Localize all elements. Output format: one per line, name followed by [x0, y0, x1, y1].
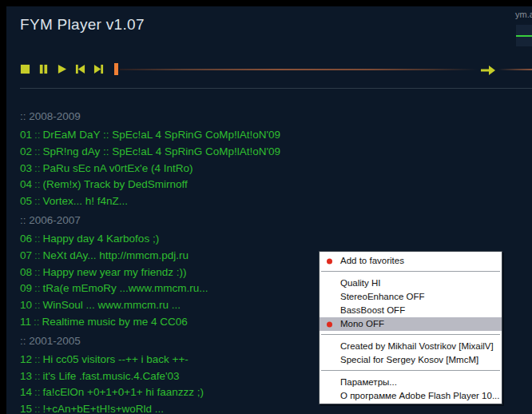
playlist-track[interactable]: 06::Happy day 4 Karbofos ;)	[20, 231, 355, 248]
section-label: :: 2008-2009	[20, 110, 81, 122]
playlist-track[interactable]: 05::Vortex... h! f4nZ...	[20, 193, 355, 210]
visualizer-line	[516, 35, 532, 37]
context-menu-item[interactable]: О программе Adobe Flash Player 10...	[320, 389, 502, 403]
track-title: Hi cc05 visitors --++ i back ++-	[43, 353, 189, 365]
playlist-track[interactable]: 04::(Rem!x) Track by DedSmirnoff	[20, 177, 355, 193]
playlist-track[interactable]: 01::DrEaM DaY :: SpEc!aL 4 SpRinG CoMp!l…	[20, 127, 355, 144]
track-title: PaRu sEc nA v0rtEx'e (4 IntRo)	[43, 162, 193, 174]
track-number: 10	[20, 299, 32, 311]
next-button[interactable]	[93, 64, 104, 74]
previous-icon	[75, 64, 85, 74]
playlist-track[interactable]: 08::Happy new year my friendz :))	[20, 265, 355, 281]
menu-item-label: BassBoost OFF	[340, 305, 405, 315]
track-separator: ::	[34, 386, 41, 398]
track-title: Happy day 4 Karbofos ;)	[43, 233, 160, 245]
track-title: WinSoul ... www.mmcm.ru ...	[43, 299, 181, 311]
menu-separator	[321, 334, 500, 335]
track-title: Realtime music by me 4 CC06	[42, 316, 188, 328]
track-number: 01	[20, 129, 32, 141]
menu-item-label: Special for Sergey Kosov [MmcM]	[340, 355, 478, 364]
context-menu-item[interactable]: Параметры...	[320, 376, 502, 389]
track-separator: ::	[34, 403, 41, 414]
menu-item-label: О программе Adobe Flash Player 10...	[340, 391, 499, 400]
playlist-next-arrow-button[interactable]	[481, 66, 495, 75]
track-number: 14	[20, 386, 32, 398]
menu-item-label: StereoEnhance OFF	[340, 292, 424, 301]
track-separator: ::	[34, 266, 41, 278]
track-separator: ::	[34, 145, 41, 157]
playlist: :: 2008-200901::DrEaM DaY :: SpEc!aL 4 S…	[20, 106, 355, 414]
track-separator: ::	[34, 282, 41, 294]
context-menu-item[interactable]: StereoEnhance OFF	[320, 290, 502, 304]
context-menu-item[interactable]: Created by Mikhail Vostrikov [MixailV]	[320, 340, 502, 353]
play-button[interactable]	[57, 64, 67, 74]
playlist-section-header: :: 2008-2009	[20, 106, 355, 127]
playlist-track[interactable]: 07::NeXt dAy... http://mmcm.pdj.ru	[20, 248, 355, 265]
section-label: :: 2006-2007	[20, 214, 81, 226]
track-number: 04	[20, 178, 32, 190]
track-title: fa!cElOn +0+1+0+1+ hi faanzzz ;)	[43, 386, 204, 398]
context-menu: Add to favoritesQuality HIStereoEnhance …	[319, 251, 502, 404]
track-title: DrEaM DaY :: SpEc!aL 4 SpRinG CoMp!lAt!o…	[43, 129, 280, 141]
playlist-track[interactable]: 14::fa!cElOn +0+1+0+1+ hi faanzzz ;)	[20, 384, 355, 401]
playlist-track[interactable]: 03::PaRu sEc nA v0rtEx'e (4 IntRo)	[20, 161, 355, 177]
playlist-track[interactable]: 15::!+cAn+bE+tH!s+woRld ...	[20, 401, 355, 414]
track-title: tRa(e mEmoRy ...www.mmcm.ru...	[43, 282, 208, 294]
stop-icon	[20, 64, 30, 74]
track-number: 12	[20, 353, 32, 365]
context-menu-item[interactable]: Add to favorites	[320, 254, 502, 268]
track-title: Vortex... h! f4nZ...	[43, 195, 129, 207]
playlist-track[interactable]: 09::tRa(e mEmoRy ...www.mmcm.ru...	[20, 281, 355, 297]
stop-button[interactable]	[20, 64, 30, 74]
track-number: 15	[20, 403, 32, 414]
track-number: 03	[20, 162, 32, 174]
page-title: FYM Player v1.07	[20, 16, 145, 34]
track-title: it's Life .fast.music.4.Cafe'03	[43, 370, 180, 382]
playlist-track[interactable]: 02::SpR!ng dAy :: SpEc!aL 4 SpRinG CoMp!…	[20, 144, 355, 161]
previous-button[interactable]	[75, 64, 85, 74]
track-number: 05	[20, 195, 32, 207]
track-title: (Rem!x) Track by DedSmirnoff	[43, 178, 188, 190]
track-number: 08	[20, 266, 32, 278]
next-icon	[93, 64, 104, 74]
track-separator: ::	[34, 178, 41, 190]
track-separator: ::	[34, 195, 41, 207]
playlist-track[interactable]: 13::it's Life .fast.music.4.Cafe'03	[20, 368, 355, 385]
track-number: 09	[20, 282, 32, 294]
menu-item-label: Mono OFF	[340, 319, 384, 328]
mini-visualizer-panel	[516, 25, 532, 46]
playlist-track[interactable]: 12::Hi cc05 visitors --++ i back ++-	[20, 352, 355, 368]
track-separator: ::	[34, 370, 41, 382]
context-menu-item[interactable]: Quality HI	[320, 277, 502, 290]
context-menu-item[interactable]: Special for Sergey Kosov [MmcM]	[320, 353, 502, 367]
section-label: :: 2001-2005	[20, 335, 81, 347]
play-icon	[57, 64, 67, 74]
track-title: !+cAn+bE+tH!s+woRld ...	[43, 403, 165, 414]
header-separator	[20, 88, 532, 89]
track-separator: ::	[34, 353, 41, 365]
menu-separator	[321, 271, 500, 272]
screenshot-root: { "window": { "title": "FYM Player v1.07…	[0, 0, 532, 414]
pause-icon	[38, 64, 49, 74]
track-number: 02	[20, 145, 32, 157]
pause-button[interactable]	[38, 64, 49, 74]
arrow-right-icon	[481, 66, 495, 75]
playlist-section-header: :: 2006-2007	[20, 210, 355, 231]
seek-track[interactable]	[120, 69, 478, 70]
track-separator: ::	[34, 162, 41, 174]
track-number: 11	[20, 316, 31, 328]
context-menu-item[interactable]: Mono OFF	[320, 317, 502, 331]
seek-track-right	[498, 69, 532, 70]
player-controls	[20, 64, 104, 74]
seek-handle[interactable]	[114, 63, 118, 75]
menu-separator	[321, 370, 500, 371]
track-title: Happy new year my friendz :))	[43, 266, 187, 278]
context-menu-item[interactable]: BassBoost OFF	[320, 304, 502, 317]
track-separator: ::	[34, 129, 41, 141]
track-separator: ::	[34, 233, 41, 245]
playlist-track[interactable]: 11::Realtime music by me 4 CC06	[20, 314, 355, 331]
track-title: NeXt dAy... http://mmcm.pdj.ru	[43, 249, 189, 261]
track-number: 07	[20, 249, 32, 261]
playlist-track[interactable]: 10::WinSoul ... www.mmcm.ru ...	[20, 297, 355, 314]
menu-item-label: Параметры...	[340, 377, 397, 387]
